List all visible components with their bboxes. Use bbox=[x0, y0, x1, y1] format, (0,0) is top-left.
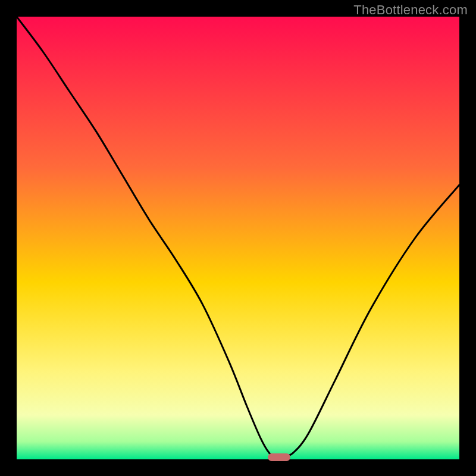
chart-svg bbox=[17, 17, 459, 459]
optimal-marker bbox=[268, 453, 290, 461]
watermark-text: TheBottleneck.com bbox=[353, 2, 468, 18]
gradient-background bbox=[17, 17, 459, 459]
chart-frame: TheBottleneck.com bbox=[0, 0, 476, 476]
plot-area bbox=[17, 17, 459, 459]
